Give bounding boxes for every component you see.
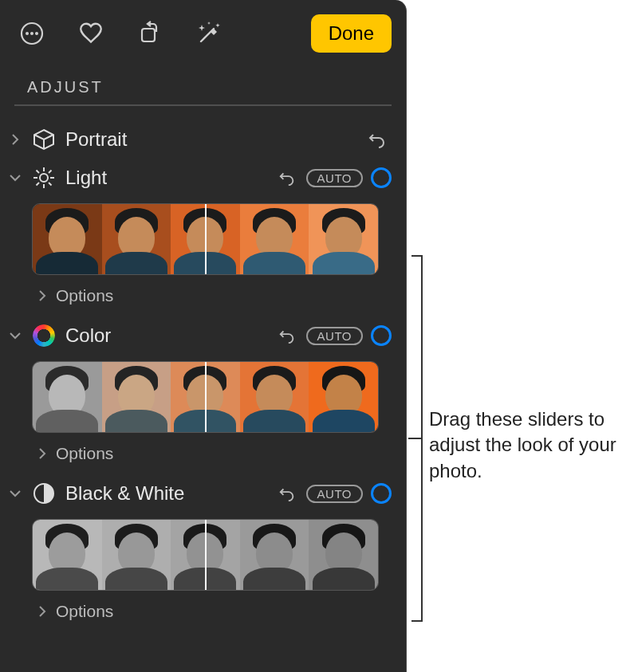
options-row-bw[interactable]: Options xyxy=(0,597,406,632)
slider-thumb xyxy=(240,204,309,274)
slider-thumb xyxy=(309,362,378,432)
chevron-right-icon xyxy=(35,289,49,303)
options-row-light[interactable]: Options xyxy=(0,281,406,316)
chevron-down-icon xyxy=(8,171,22,185)
status-indicator[interactable] xyxy=(371,483,392,504)
more-options-button[interactable] xyxy=(14,16,49,51)
favorite-button[interactable] xyxy=(73,16,108,51)
adjust-panel: Done ADJUST Portrait xyxy=(0,0,407,672)
options-row-color[interactable]: Options xyxy=(0,439,406,474)
slider-thumb xyxy=(33,204,102,274)
svg-point-1 xyxy=(26,32,29,35)
done-button[interactable]: Done xyxy=(311,14,392,53)
color-ring-icon xyxy=(30,322,57,349)
color-slider[interactable] xyxy=(32,361,379,433)
adjust-label: Light xyxy=(65,167,268,189)
adjust-row-bw[interactable]: Black & White AUTO xyxy=(0,474,406,513)
auto-button[interactable]: AUTO xyxy=(306,485,363,503)
slider-handle[interactable] xyxy=(205,362,207,432)
slider-thumb xyxy=(102,204,171,274)
undo-button[interactable] xyxy=(276,324,298,347)
cube-icon xyxy=(30,126,57,153)
status-indicator[interactable] xyxy=(371,325,392,346)
svg-line-12 xyxy=(49,171,52,174)
chevron-right-icon xyxy=(35,604,49,619)
svg-line-10 xyxy=(37,171,40,174)
section-title: ADJUST xyxy=(0,64,406,104)
auto-button[interactable]: AUTO xyxy=(306,327,363,345)
svg-point-2 xyxy=(30,32,33,35)
adjust-label: Black & White xyxy=(65,482,268,505)
slider-thumb xyxy=(240,362,309,432)
adjust-row-color[interactable]: Color AUTO xyxy=(0,316,406,355)
svg-line-11 xyxy=(49,183,52,186)
svg-point-3 xyxy=(35,32,38,35)
adjust-label: Portrait xyxy=(65,128,358,151)
slider-handle[interactable] xyxy=(205,204,207,274)
chevron-down-icon xyxy=(8,486,22,501)
options-label: Options xyxy=(56,286,113,305)
bw-slider[interactable] xyxy=(32,519,379,591)
slider-thumb xyxy=(102,362,171,432)
slider-thumb xyxy=(309,204,378,274)
svg-point-5 xyxy=(40,174,48,182)
options-label: Options xyxy=(56,602,113,621)
slider-thumb xyxy=(33,520,102,590)
light-icon xyxy=(30,164,57,191)
callout-tick xyxy=(408,438,423,439)
chevron-right-icon xyxy=(35,446,49,461)
adjust-label: Color xyxy=(65,324,268,347)
undo-button[interactable] xyxy=(366,128,388,151)
adjust-row-portrait[interactable]: Portrait xyxy=(0,120,406,159)
undo-button[interactable] xyxy=(276,482,298,505)
slider-thumb xyxy=(309,520,378,590)
slider-handle[interactable] xyxy=(205,520,207,590)
slider-thumb xyxy=(33,362,102,432)
options-label: Options xyxy=(56,444,113,463)
svg-line-13 xyxy=(37,183,40,186)
auto-button[interactable]: AUTO xyxy=(306,169,363,187)
rotate-button[interactable] xyxy=(132,16,167,51)
status-indicator[interactable] xyxy=(371,167,392,188)
adjust-row-light[interactable]: Light AUTO xyxy=(0,159,406,197)
chevron-right-icon xyxy=(8,132,22,147)
undo-button[interactable] xyxy=(276,167,298,189)
divider xyxy=(14,104,392,106)
svg-rect-4 xyxy=(142,29,155,41)
slider-thumb xyxy=(240,520,309,590)
chevron-down-icon xyxy=(8,328,22,343)
callout-text: Drag these sliders to adjust the look of… xyxy=(429,407,627,484)
auto-enhance-button[interactable] xyxy=(191,16,226,51)
light-slider[interactable] xyxy=(32,203,379,275)
slider-thumb xyxy=(102,520,171,590)
bw-contrast-icon xyxy=(30,480,57,507)
editor-toolbar: Done xyxy=(0,0,406,64)
